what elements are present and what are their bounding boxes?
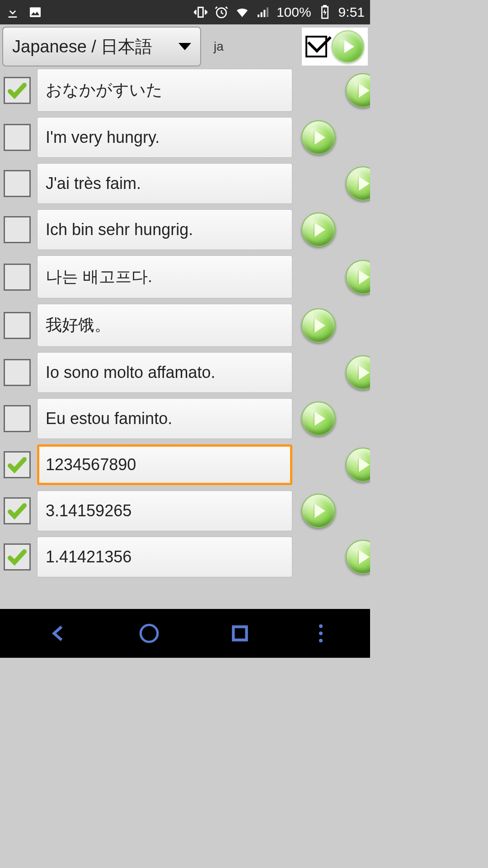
- phrase-row: Eu estou faminto.: [4, 398, 366, 439]
- phrase-row: 1.41421356: [4, 537, 366, 577]
- phrase-text-field[interactable]: 나는 배고프다.: [37, 255, 292, 298]
- phrase-row: I'm very hungry.: [4, 117, 366, 158]
- svg-point-5: [141, 625, 158, 642]
- row-checkbox[interactable]: [4, 312, 31, 339]
- row-checkbox[interactable]: [4, 216, 31, 243]
- alarm-icon: [214, 5, 229, 19]
- play-button[interactable]: [301, 212, 336, 247]
- header-controls: [302, 28, 368, 66]
- phrase-row: 我好饿。: [4, 304, 366, 347]
- wifi-icon: [235, 5, 249, 19]
- play-button[interactable]: [301, 494, 336, 528]
- svg-rect-1: [198, 7, 203, 17]
- phrase-list: おなかがすいたI'm very hungry.J'ai très faim.Ic…: [0, 69, 370, 577]
- vibrate-icon: [193, 5, 208, 19]
- battery-charging-icon: [318, 5, 332, 19]
- phrase-text-field[interactable]: おなかがすいた: [37, 69, 292, 112]
- chevron-down-icon: [178, 43, 191, 50]
- phrase-row: Io sono molto affamato.: [4, 352, 366, 393]
- language-code: ja: [214, 39, 224, 54]
- phrase-text-field[interactable]: 1234567890: [37, 444, 292, 485]
- phrase-text-field[interactable]: Eu estou faminto.: [37, 398, 292, 439]
- nav-back-button[interactable]: [47, 622, 70, 645]
- row-checkbox[interactable]: [4, 543, 31, 571]
- play-button[interactable]: [346, 448, 370, 482]
- phrase-row: J'ai très faim.: [4, 163, 366, 204]
- row-checkbox[interactable]: [4, 405, 31, 432]
- download-icon: [5, 5, 20, 19]
- row-checkbox[interactable]: [4, 359, 31, 386]
- phrase-row: おなかがすいた: [4, 69, 366, 112]
- svg-rect-6: [233, 627, 246, 640]
- signal-icon: [256, 5, 270, 19]
- play-button[interactable]: [346, 73, 370, 108]
- play-button[interactable]: [346, 166, 370, 201]
- row-checkbox[interactable]: [4, 170, 31, 197]
- image-icon: [28, 5, 42, 19]
- play-button[interactable]: [301, 401, 336, 436]
- play-button[interactable]: [346, 540, 370, 574]
- clock-time: 9:51: [338, 5, 365, 20]
- select-all-checkbox[interactable]: [305, 36, 327, 57]
- phrase-row: 나는 배고프다.: [4, 255, 366, 298]
- nav-home-button[interactable]: [138, 622, 160, 645]
- language-dropdown[interactable]: Japanese / 日本語: [2, 27, 201, 66]
- play-button[interactable]: [346, 355, 370, 390]
- row-checkbox[interactable]: [4, 264, 31, 291]
- phrase-text-field[interactable]: Io sono molto affamato.: [37, 352, 292, 393]
- phrase-text-field[interactable]: 1.41421356: [37, 537, 292, 577]
- row-checkbox[interactable]: [4, 77, 31, 104]
- row-checkbox[interactable]: [4, 497, 31, 524]
- phrase-text-field[interactable]: Ich bin sehr hungrig.: [37, 209, 292, 250]
- phrase-row: Ich bin sehr hungrig.: [4, 209, 366, 250]
- nav-menu-button[interactable]: [319, 624, 323, 642]
- phrase-text-field[interactable]: J'ai très faim.: [37, 163, 292, 204]
- status-bar: 100% 9:51: [0, 0, 370, 24]
- row-checkbox[interactable]: [4, 124, 31, 151]
- header: Japanese / 日本語 ja: [0, 24, 370, 69]
- phrase-text-field[interactable]: 我好饿。: [37, 304, 292, 347]
- phrase-text-field[interactable]: I'm very hungry.: [37, 117, 292, 158]
- svg-rect-4: [324, 5, 326, 7]
- play-button[interactable]: [301, 308, 336, 343]
- phrase-row: 1234567890: [4, 444, 366, 485]
- play-all-button[interactable]: [332, 30, 364, 63]
- svg-rect-0: [30, 7, 41, 17]
- phrase-row: 3.14159265: [4, 491, 366, 531]
- play-button[interactable]: [346, 260, 370, 294]
- play-button[interactable]: [301, 120, 336, 155]
- navigation-bar: [0, 609, 370, 658]
- dropdown-label: Japanese / 日本語: [12, 35, 152, 58]
- nav-recent-button[interactable]: [229, 622, 251, 645]
- phrase-text-field[interactable]: 3.14159265: [37, 491, 292, 531]
- row-checkbox[interactable]: [4, 451, 31, 478]
- battery-percent: 100%: [277, 5, 311, 20]
